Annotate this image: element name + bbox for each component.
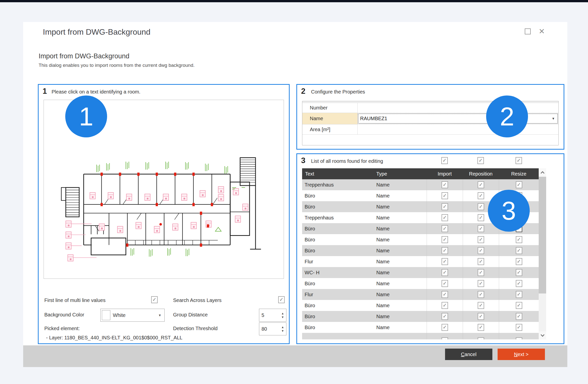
detection-threshold-value: 80: [261, 326, 281, 332]
table-row[interactable]: Büro Name: [302, 311, 539, 322]
table-row[interactable]: Büro Name: [302, 300, 539, 311]
column-header-text[interactable]: Text: [302, 171, 374, 177]
import-checkbox[interactable]: [442, 291, 448, 298]
import-checkbox[interactable]: [442, 203, 448, 210]
reposition-checkbox[interactable]: [478, 269, 484, 276]
search-layers-checkbox[interactable]: [278, 296, 285, 303]
table-row[interactable]: Flur Name: [302, 289, 539, 300]
resize-checkbox[interactable]: [516, 280, 522, 287]
room-text: Büro: [302, 281, 374, 287]
resize-checkbox[interactable]: [516, 337, 522, 339]
import-checkbox[interactable]: [442, 181, 448, 188]
step3-title: List of all rooms found for editing: [311, 158, 383, 164]
scrollbar-thumb[interactable]: [539, 177, 546, 293]
select-all-resize-checkbox[interactable]: [516, 157, 522, 164]
table-row-partial[interactable]: [302, 333, 539, 339]
room-text: Treppenhaus: [302, 215, 374, 221]
import-checkbox[interactable]: [442, 214, 448, 221]
reposition-checkbox[interactable]: [478, 302, 484, 309]
table-row[interactable]: Büro Name: [302, 322, 539, 333]
close-icon[interactable]: ✕: [539, 28, 545, 34]
table-row[interactable]: Treppenhaus Name: [302, 179, 539, 190]
reposition-checkbox[interactable]: [478, 258, 484, 265]
import-checkbox[interactable]: [442, 324, 448, 331]
room-text: Büro: [302, 314, 374, 319]
next-button[interactable]: Next >: [498, 349, 545, 360]
select-all-import-checkbox[interactable]: [441, 157, 448, 164]
spin-down-icon[interactable]: ▼: [281, 330, 284, 332]
chevron-down-icon[interactable]: ▼: [552, 117, 555, 120]
first-line-checkbox[interactable]: [151, 296, 158, 303]
import-checkbox[interactable]: [442, 247, 448, 254]
plan-annotations: [97, 162, 245, 257]
dialog-subtitle: Import from DWG-Background: [39, 52, 130, 60]
resize-checkbox[interactable]: [516, 269, 522, 276]
spin-down-icon[interactable]: ▼: [281, 316, 284, 318]
property-value[interactable]: RAUMBEZ1 ▼: [358, 113, 558, 124]
detection-threshold-stepper[interactable]: 80 ▲▼: [259, 322, 286, 335]
resize-checkbox[interactable]: [516, 181, 522, 188]
import-checkbox[interactable]: [442, 302, 448, 309]
reposition-checkbox[interactable]: [478, 236, 484, 243]
reposition-checkbox[interactable]: [478, 313, 484, 320]
chevron-down-icon[interactable]: ▼: [158, 313, 161, 317]
picked-layer-info: - Layer: 1180_BES_440_INS-ELT_KG_001$0$0…: [46, 335, 182, 341]
background-color-select[interactable]: White ▼: [100, 309, 165, 322]
resize-checkbox[interactable]: [516, 324, 522, 331]
import-checkbox[interactable]: [442, 236, 448, 243]
reposition-checkbox[interactable]: [478, 181, 484, 188]
property-value[interactable]: [358, 103, 558, 113]
reposition-checkbox[interactable]: [478, 324, 484, 331]
reposition-checkbox[interactable]: [478, 225, 484, 232]
vertical-scrollbar[interactable]: [539, 168, 546, 339]
table-row[interactable]: Büro Name: [302, 234, 539, 245]
reposition-checkbox[interactable]: [478, 214, 484, 221]
maximize-icon[interactable]: [525, 28, 531, 34]
import-checkbox[interactable]: [442, 337, 448, 339]
resize-checkbox[interactable]: [516, 247, 522, 254]
cancel-button[interactable]: Cancel: [445, 349, 492, 360]
color-swatch: [102, 310, 110, 320]
reposition-checkbox[interactable]: [478, 280, 484, 287]
import-dwg-dialog: Import from DWG-Background ✕ Import from…: [23, 22, 567, 367]
scroll-down-icon[interactable]: [539, 331, 546, 339]
table-row[interactable]: Büro Name: [302, 245, 539, 256]
reposition-checkbox[interactable]: [478, 247, 484, 254]
room-text: Büro: [302, 226, 374, 232]
group-distance-stepper[interactable]: 5 ▲▼: [259, 309, 286, 322]
select-all-reposition-checkbox[interactable]: [477, 157, 484, 164]
scroll-up-icon[interactable]: [539, 168, 546, 176]
room-type: Name: [374, 226, 427, 232]
import-checkbox[interactable]: [442, 313, 448, 320]
resize-checkbox[interactable]: [516, 313, 522, 320]
step2-number: 2: [301, 87, 305, 96]
resize-checkbox[interactable]: [516, 258, 522, 265]
reposition-checkbox[interactable]: [478, 192, 484, 199]
import-checkbox[interactable]: [442, 269, 448, 276]
import-checkbox[interactable]: [442, 225, 448, 232]
room-type: Name: [374, 193, 427, 199]
spin-up-icon[interactable]: ▲: [281, 312, 284, 315]
resize-checkbox[interactable]: [516, 236, 522, 243]
room-type: Name: [374, 281, 427, 287]
property-value[interactable]: [358, 124, 558, 134]
table-row[interactable]: WC- H Name: [302, 267, 539, 278]
import-checkbox[interactable]: [442, 280, 448, 287]
reposition-checkbox[interactable]: [478, 337, 484, 339]
column-header-type[interactable]: Type: [374, 171, 427, 177]
room-text: Treppenhaus: [302, 182, 374, 188]
import-checkbox[interactable]: [442, 258, 448, 265]
table-row[interactable]: Büro Name: [302, 278, 539, 289]
room-type: Name: [374, 303, 427, 308]
column-header-reposition[interactable]: Reposition: [463, 171, 499, 177]
table-row[interactable]: Flur Name: [302, 256, 539, 267]
spin-up-icon[interactable]: ▲: [281, 326, 284, 328]
resize-checkbox[interactable]: [516, 302, 522, 309]
room-text: Büro: [302, 325, 374, 330]
reposition-checkbox[interactable]: [478, 291, 484, 298]
column-header-resize[interactable]: Resize: [499, 171, 539, 177]
resize-checkbox[interactable]: [516, 291, 522, 298]
reposition-checkbox[interactable]: [478, 203, 484, 210]
import-checkbox[interactable]: [442, 192, 448, 199]
column-header-import[interactable]: Import: [427, 171, 463, 177]
